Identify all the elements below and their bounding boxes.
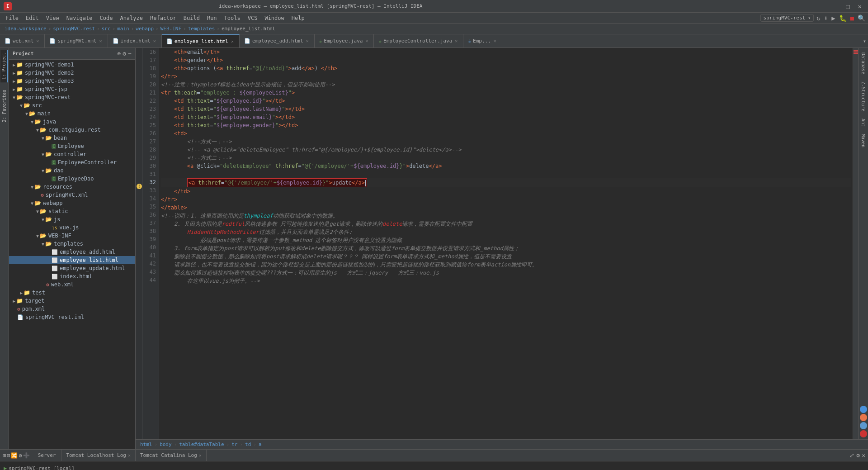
bc-a[interactable]: a [259,442,262,447]
tree-item-js[interactable]: ▼ 📂 js [9,215,135,223]
bottom-icon1[interactable]: ⊞ [3,452,6,459]
tab-employee-java[interactable]: ☕ Employee.java ✕ [315,34,374,47]
close-button[interactable]: ✕ [855,3,864,10]
bottom-icon2[interactable]: ⊟ [7,452,10,459]
bc-main[interactable]: main [117,26,129,32]
favorites-tool-window[interactable]: 2: Favorites [1,87,8,125]
tree-item-employee-class[interactable]: C Employee [9,142,135,150]
project-selector[interactable]: springMVC-rest [764,15,806,21]
tree-item-main[interactable]: ▼ 📂 main [9,109,135,118]
tab-employee-add[interactable]: 📄 employee_add.html ✕ [240,34,315,47]
bc-templates[interactable]: templates [188,26,215,32]
menu-build[interactable]: Build [180,14,203,22]
search-everywhere-icon[interactable]: 🔍 [857,14,866,23]
sidebar-settings-icon[interactable]: ⚙ [123,50,126,57]
code-content[interactable]: <th>email</th> <th>gender</th> <th>optio… [159,48,853,439]
tree-item-employee-add-html[interactable]: ⬜ employee_add.html [9,248,135,256]
close-tab-springmvc[interactable]: ✕ [98,38,103,43]
sidebar-add-icon[interactable]: ⊕ [118,50,121,57]
close-tab-emp[interactable]: ✕ [493,38,497,43]
close-tab-employee-list[interactable]: ✕ [230,39,235,44]
bc-html[interactable]: html [140,442,152,447]
stop-icon[interactable]: ■ [849,14,855,23]
bottom-icon4[interactable]: ⚙ [19,452,22,459]
tree-item-springmvc-xml-res[interactable]: ⚙ springMVC.xml [9,191,135,199]
tree-item-bean[interactable]: ▼ 📂 bean [9,134,135,142]
menu-help[interactable]: Help [288,14,308,22]
menu-tools[interactable]: Tools [221,14,244,22]
maven-tab[interactable]: Maven [859,131,867,150]
edge-icon[interactable] [860,422,867,429]
tree-item-resources[interactable]: ▼ 📂 resources [9,183,135,191]
tree-item-employeedao[interactable]: C EmployeeDao [9,175,135,183]
menu-run[interactable]: Run [203,14,221,22]
bottom-tab-catalina-log[interactable]: Tomcat Catalina Log ✕ [136,450,207,461]
window-controls[interactable]: – □ ✕ [831,3,864,10]
menu-analyze[interactable]: Analyze [116,14,146,22]
menu-vcs[interactable]: VCS [244,14,261,22]
tab-web-xml[interactable]: 📄 web.xml ✕ [0,34,45,47]
tree-item-webapp[interactable]: ▼ 📂 webapp [9,199,135,207]
bc-webinf[interactable]: WEB-INF [160,26,181,32]
bc-src[interactable]: src [102,26,111,32]
download-icon[interactable]: ⬇ [823,14,829,23]
tree-item-test[interactable]: ▶ 📁 test [9,289,135,297]
bc-idea-workspace[interactable]: idea-workspace [5,26,47,32]
tree-item-src[interactable]: ▼ 📂 src [9,101,135,109]
menu-file[interactable]: File [2,14,22,22]
run-icon[interactable]: ▶ [830,14,836,23]
menu-window[interactable]: Window [261,14,288,22]
bottom-icon5[interactable]: ➕ [23,452,30,459]
close-localhost-log[interactable]: ✕ [128,453,131,458]
bottom-close-icon[interactable]: ✕ [862,452,865,459]
tree-item-springmvc-rest-iml[interactable]: 📄 springMVC_rest.iml [9,313,135,321]
close-tab-employee-add[interactable]: ✕ [305,38,310,43]
tree-item-target[interactable]: ▶ 📁 target [9,297,135,305]
tree-item-springmvc-demo2[interactable]: ▶ 📁 springMVC-demo2 [9,69,135,77]
tree-item-springmvc-rest[interactable]: ▼ 📂 springMVC-rest [9,93,135,101]
tree-item-templates[interactable]: ▼ 📂 templates [9,240,135,248]
project-tool-window[interactable]: 1: Project [0,50,8,82]
close-tab-controller[interactable]: ✕ [454,38,458,43]
menu-code[interactable]: Code [96,14,117,22]
tree-item-index-html[interactable]: ⬜ index.html [9,272,135,280]
close-catalina-log[interactable]: ✕ [199,453,202,458]
tree-item-employeecontroller[interactable]: C EmployeeController [9,158,135,166]
editor-scrollbar[interactable] [853,48,858,439]
tab-emp-more[interactable]: ☕ Emp... ✕ [463,34,502,47]
tree-item-springmvc-demo3[interactable]: ▶ 📁 springMVC-demo3 [9,77,135,85]
sidebar-collapse-icon[interactable]: − [128,50,132,57]
tree-item-employee-update-html[interactable]: ⬜ employee_update.html [9,264,135,272]
bottom-expand-icon[interactable]: ⤢ [849,452,854,459]
maximize-button[interactable]: □ [843,3,852,10]
tree-item-static[interactable]: ▼ 📂 static [9,207,135,215]
menu-view[interactable]: View [42,14,63,22]
bc-webapp[interactable]: webapp [136,26,154,32]
bc-tr[interactable]: tr [231,442,237,447]
chevron-down-icon[interactable]: ▾ [808,15,811,20]
tree-item-dao[interactable]: ▼ 📂 dao [9,166,135,175]
tree-item-pom-xml[interactable]: ⚙ pom.xml [9,305,135,313]
close-tab-web-xml[interactable]: ✕ [35,38,40,43]
close-tab-employee-java[interactable]: ✕ [364,38,369,43]
bottom-settings-icon[interactable]: ⚙ [856,452,860,459]
bc-springmvc-rest[interactable]: springMVC-rest [53,26,95,32]
tab-employee-list[interactable]: 📄 employee_list.html ✕ [162,34,240,47]
refresh-icon[interactable]: ↻ [816,14,821,23]
tree-item-springmvc-jsp[interactable]: ▶ 📁 springMVC-jsp [9,85,135,93]
bc-td[interactable]: td [245,442,251,447]
firefox-icon[interactable] [860,414,867,421]
bc-table[interactable]: table#dataTable [179,442,224,447]
tree-item-employee-list-html[interactable]: ⬜ employee_list.html [9,256,135,264]
bottom-icon3[interactable]: 🔀 [11,452,18,459]
chrome-icon[interactable] [860,406,867,413]
menu-navigate[interactable]: Navigate [63,14,96,22]
tree-item-web-xml[interactable]: ⚙ web.xml [9,280,135,289]
menu-edit[interactable]: Edit [22,14,42,22]
close-tab-index[interactable]: ✕ [152,38,157,43]
bottom-tab-server[interactable]: Server [33,450,62,461]
database-tab[interactable]: Database [859,50,867,77]
service-row-tomcat[interactable]: ▶ springMVC-rest [local] [4,465,864,470]
menu-refactor[interactable]: Refactor [146,14,180,22]
tree-item-webinf[interactable]: ▼ 📂 WEB-INF [9,232,135,240]
